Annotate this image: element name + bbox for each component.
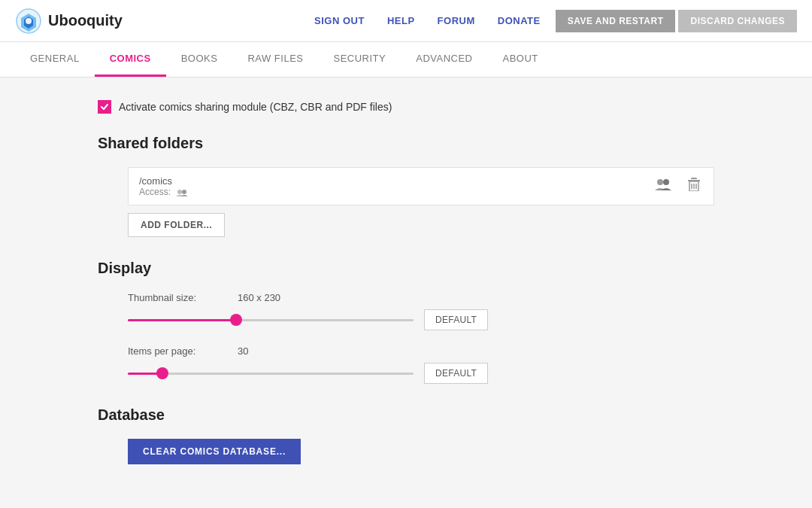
tab-about[interactable]: ABOUT	[488, 42, 553, 77]
logo: Ubooquity	[15, 8, 123, 35]
items-per-page-default-button[interactable]: DEFAULT	[424, 363, 488, 384]
folder-path: /comics	[139, 175, 652, 187]
items-per-page-row: Items per page: 30	[128, 345, 714, 357]
tab-comics[interactable]: COMICS	[95, 42, 166, 77]
items-per-page-slider-container	[128, 366, 414, 381]
svg-rect-9	[691, 178, 697, 179]
tab-general[interactable]: GENERAL	[15, 42, 95, 77]
items-per-page-value: 30	[238, 345, 298, 357]
shared-folders-section: Shared folders /comics Access:	[98, 135, 714, 237]
clear-comics-database-button[interactable]: CLEAR COMICS DATABASE...	[128, 439, 301, 464]
shared-folders-title: Shared folders	[98, 135, 714, 152]
tab-advanced[interactable]: ADVANCED	[401, 42, 487, 77]
items-per-page-slider-thumb[interactable]	[156, 367, 168, 379]
logo-icon	[15, 8, 42, 35]
nav-sign-out[interactable]: SIGN OUT	[314, 15, 365, 26]
folder-actions	[652, 176, 703, 196]
nav-help[interactable]: HELP	[387, 15, 415, 26]
activate-label: Activate comics sharing module (CBZ, CBR…	[119, 101, 392, 113]
folder-info: /comics Access:	[139, 175, 652, 197]
folder-access-label: Access:	[139, 187, 171, 197]
svg-point-5	[182, 190, 186, 194]
tab-security[interactable]: SECURITY	[318, 42, 401, 77]
svg-point-4	[177, 190, 182, 194]
tab-raw-files[interactable]: RAW FILES	[232, 42, 318, 77]
folder-item: /comics Access:	[128, 167, 714, 205]
add-folder-button[interactable]: ADD FOLDER...	[128, 213, 225, 237]
items-per-page-slider-row: DEFAULT	[128, 363, 714, 384]
svg-point-7	[663, 179, 669, 185]
activate-checkbox-row: Activate comics sharing module (CBZ, CBR…	[98, 100, 714, 114]
folder-access: Access:	[139, 187, 652, 197]
tabs-bar: GENERAL COMICS BOOKS RAW FILES SECURITY …	[0, 42, 812, 78]
thumbnail-size-value: 160 x 230	[238, 292, 298, 303]
database-section: Database CLEAR COMICS DATABASE...	[98, 406, 714, 464]
save-restart-button[interactable]: SAVE AND RESTART	[556, 10, 676, 32]
nav-links: SIGN OUT HELP FORUM DONATE	[314, 15, 541, 26]
folder-delete-button[interactable]	[685, 176, 703, 196]
database-title: Database	[98, 406, 714, 424]
activate-checkbox[interactable]	[98, 100, 111, 114]
items-per-page-label: Items per page:	[128, 345, 233, 357]
nav-donate[interactable]: DONATE	[498, 15, 541, 26]
logo-text: Ubooquity	[48, 12, 123, 29]
thumbnail-default-button[interactable]: DEFAULT	[424, 309, 488, 330]
nav-forum[interactable]: FORUM	[438, 15, 475, 26]
thumbnail-size-row: Thumbnail size: 160 x 230	[128, 292, 714, 303]
svg-point-3	[26, 18, 32, 24]
thumbnail-slider-container	[128, 312, 414, 327]
page-wrapper: Activate comics sharing module (CBZ, CBR…	[0, 78, 812, 508]
display-section: Display Thumbnail size: 160 x 230 DEFAUL…	[98, 260, 714, 384]
svg-point-6	[657, 179, 663, 185]
thumbnail-slider-row: DEFAULT	[128, 309, 714, 330]
thumbnail-size-label: Thumbnail size:	[128, 292, 233, 303]
tab-books[interactable]: BOOKS	[166, 42, 233, 77]
folder-users-button[interactable]	[652, 176, 674, 196]
thumbnail-slider-fill	[128, 319, 236, 321]
items-per-page-slider-track	[128, 373, 414, 375]
main-content: Activate comics sharing module (CBZ, CBR…	[68, 78, 744, 508]
thumbnail-slider-thumb[interactable]	[230, 314, 242, 326]
top-nav: Ubooquity SIGN OUT HELP FORUM DONATE SAV…	[0, 0, 812, 42]
thumbnail-slider-track	[128, 319, 414, 321]
discard-changes-button[interactable]: DISCARD CHANGES	[678, 10, 797, 32]
display-title: Display	[98, 260, 714, 277]
